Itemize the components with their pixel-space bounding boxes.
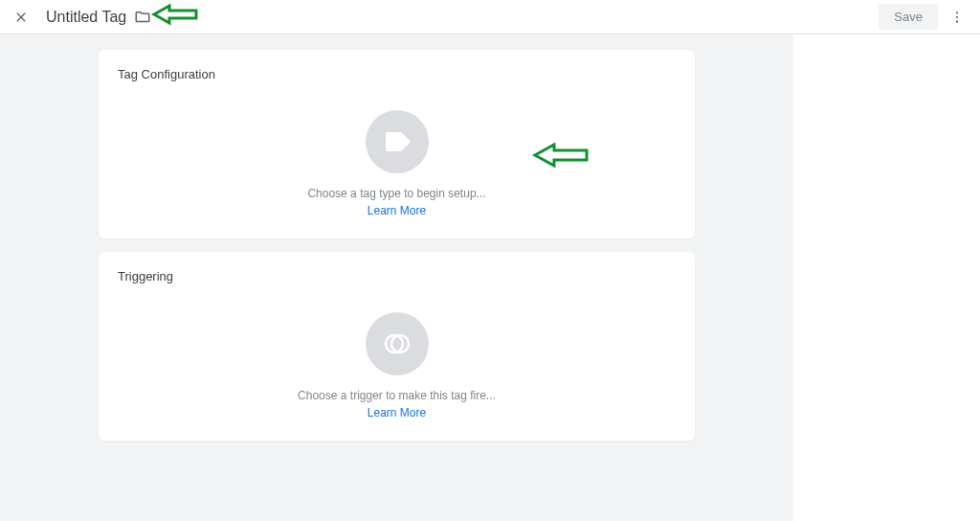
more-options-button[interactable]	[946, 6, 969, 29]
trigger-icon	[383, 329, 412, 358]
svg-point-1	[956, 15, 958, 17]
save-button[interactable]: Save	[879, 4, 938, 30]
svg-point-2	[956, 20, 958, 22]
content-area: Tag Configuration Choose a tag type to b…	[0, 34, 793, 521]
tag-configuration-learn-more-link[interactable]: Learn More	[368, 204, 426, 217]
triggering-hint: Choose a trigger to make this tag fire..…	[298, 389, 496, 402]
tag-configuration-hint: Choose a tag type to begin setup...	[307, 187, 485, 200]
header-bar: Untitled Tag Save	[0, 0, 980, 34]
folder-icon[interactable]	[134, 9, 151, 26]
close-icon	[13, 10, 29, 25]
triggering-title: Triggering	[118, 269, 676, 283]
triggering-learn-more-link[interactable]: Learn More	[368, 406, 426, 419]
tag-configuration-title: Tag Configuration	[118, 67, 676, 81]
tag-configuration-body: Choose a tag type to begin setup... Lear…	[118, 104, 676, 219]
tag-icon	[384, 131, 411, 152]
tag-configuration-card[interactable]: Tag Configuration Choose a tag type to b…	[99, 50, 695, 238]
svg-point-0	[956, 11, 958, 13]
tag-type-placeholder-icon	[366, 110, 429, 173]
trigger-placeholder-icon	[366, 312, 429, 375]
more-vertical-icon	[949, 10, 965, 25]
triggering-card[interactable]: Triggering Choose a trigger to make this…	[99, 252, 695, 441]
close-button[interactable]	[11, 8, 31, 27]
triggering-body: Choose a trigger to make this tag fire..…	[118, 306, 676, 421]
page-title[interactable]: Untitled Tag	[46, 9, 126, 26]
